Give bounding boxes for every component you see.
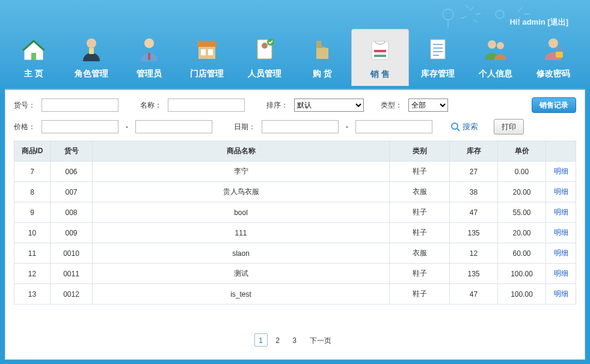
nav-item-store[interactable]: 门店管理 (178, 29, 236, 85)
profile-icon (467, 32, 524, 66)
col-header: 类别 (390, 141, 450, 162)
svg-rect-8 (201, 49, 206, 55)
greeting-prefix: Hi! (509, 17, 522, 26)
nav-label: 管理员 (120, 68, 178, 79)
nav-label: 购 货 (293, 68, 351, 79)
price-min-input[interactable] (41, 120, 118, 133)
col-header: 库存 (450, 141, 498, 162)
price-label: 价格： (14, 122, 35, 132)
nav-item-home[interactable]: 主 页 (5, 29, 63, 85)
type-label: 类型： (381, 100, 402, 111)
table-row: 7006李宁鞋子270.00明细 (14, 162, 576, 182)
svg-rect-6 (197, 41, 217, 47)
user-greeting: Hi! admin [退出] (509, 17, 568, 28)
cell-cat: 衣服 (390, 182, 450, 202)
sales-icon (352, 33, 408, 67)
detail-link[interactable]: 明细 (554, 249, 568, 257)
price-dash: - (124, 123, 129, 131)
cell-stock: 12 (450, 243, 498, 264)
date-from-input[interactable] (262, 120, 339, 133)
cell-price: 20.00 (498, 182, 546, 202)
cell-id: 7 (14, 162, 51, 182)
table-row: 120011测试鞋子135100.00明细 (14, 264, 576, 284)
nav-label: 销 售 (352, 69, 408, 80)
name-input[interactable] (168, 99, 245, 112)
page-3[interactable]: 3 (288, 334, 301, 347)
nav-item-admin[interactable]: 管理员 (120, 29, 178, 85)
search-button[interactable]: 搜索 (450, 121, 478, 132)
date-label: 日期： (234, 122, 256, 132)
nav-item-profile[interactable]: 个人信息 (467, 29, 524, 85)
cell-price: 0.00 (498, 162, 546, 182)
cell-stock: 38 (450, 182, 498, 202)
cell-stock: 135 (450, 223, 498, 243)
cell-cat: 鞋子 (390, 264, 450, 284)
username: admin (522, 17, 545, 26)
svg-point-18 (488, 40, 496, 49)
cell-stock: 27 (450, 162, 498, 182)
price-max-input[interactable] (135, 120, 212, 133)
nav-item-sales[interactable]: 销 售 (351, 29, 409, 86)
nav-item-password[interactable]: 修改密码 (524, 29, 582, 85)
cell-sku: 0012 (51, 284, 93, 305)
sales-record-button[interactable]: 销售记录 (532, 97, 576, 113)
sku-input[interactable] (41, 99, 118, 112)
svg-rect-21 (556, 52, 563, 58)
detail-link[interactable]: 明细 (554, 228, 568, 237)
svg-point-19 (497, 42, 504, 49)
nav-label: 门店管理 (178, 68, 236, 79)
svg-rect-3 (89, 48, 94, 54)
cell-stock: 47 (450, 284, 498, 305)
cell-id: 10 (14, 223, 51, 243)
detail-link[interactable]: 明细 (554, 167, 568, 175)
cell-name: 李宁 (93, 162, 390, 182)
cell-cat: 鞋子 (390, 223, 450, 243)
page-1[interactable]: 1 (254, 333, 268, 347)
cell-stock: 47 (450, 202, 498, 223)
col-header (546, 141, 576, 162)
search-label: 搜索 (462, 121, 478, 132)
page-2[interactable]: 2 (271, 334, 284, 347)
cell-price: 60.00 (498, 243, 546, 264)
cell-name: 测试 (93, 264, 390, 284)
stock-icon (409, 32, 467, 66)
detail-link[interactable]: 明细 (554, 269, 568, 278)
nav-label: 修改密码 (524, 68, 582, 79)
nav-item-stock[interactable]: 库存管理 (409, 29, 467, 85)
cell-name: is_test (93, 284, 390, 305)
cell-stock: 135 (450, 264, 498, 284)
detail-link[interactable]: 明细 (554, 290, 568, 298)
print-button[interactable]: 打印 (494, 119, 524, 135)
cell-price: 20.00 (498, 223, 546, 243)
cell-id: 9 (14, 202, 51, 223)
cell-sku: 008 (51, 202, 93, 223)
svg-point-2 (87, 38, 96, 48)
store-icon (178, 32, 236, 66)
date-dash: - (345, 123, 349, 131)
logout-link[interactable]: [退出] (547, 17, 568, 26)
table-row: 110010slaon衣服1260.00明细 (14, 243, 576, 264)
svg-point-11 (262, 43, 268, 49)
svg-rect-17 (431, 40, 445, 59)
detail-link[interactable]: 明细 (554, 208, 568, 216)
detail-link[interactable]: 明细 (554, 187, 568, 196)
nav-label: 人员管理 (236, 68, 293, 79)
date-to-input[interactable] (355, 120, 432, 133)
sort-select[interactable]: 默认 (294, 99, 364, 112)
nav-label: 库存管理 (409, 68, 467, 79)
search-icon (450, 122, 460, 132)
pagination: 123下一页 (14, 333, 576, 347)
cell-cat: 鞋子 (390, 162, 450, 182)
col-header: 商品ID (14, 141, 51, 162)
nav-item-purchase[interactable]: 购 货 (293, 29, 351, 85)
svg-point-1 (496, 10, 504, 19)
nav-item-staff[interactable]: 人员管理 (236, 29, 293, 85)
col-header: 货号 (51, 141, 93, 162)
nav-item-role[interactable]: 角色管理 (63, 29, 120, 85)
type-select[interactable]: 全部 (408, 99, 448, 112)
next-page[interactable]: 下一页 (305, 334, 336, 347)
col-header: 单价 (498, 141, 546, 162)
password-icon (524, 32, 582, 66)
svg-point-22 (452, 123, 458, 129)
col-header: 商品名称 (93, 141, 390, 162)
